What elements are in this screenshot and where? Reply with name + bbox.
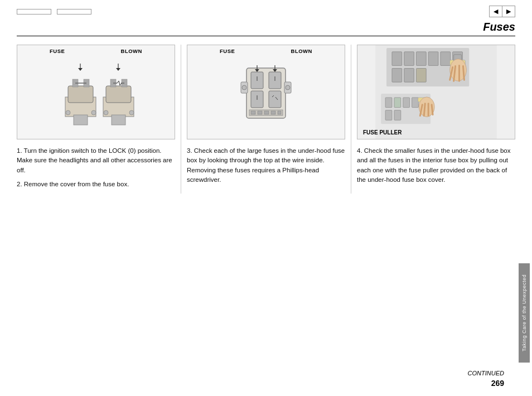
- col1-fuse-label: FUSE: [50, 48, 65, 54]
- svg-point-44: [286, 85, 290, 90]
- continued-text: CONTINUED: [468, 370, 504, 376]
- svg-marker-20: [116, 68, 120, 71]
- col1-para2: 2. Remove the cover from the fuse box.: [17, 180, 175, 189]
- svg-point-15: [129, 110, 134, 115]
- svg-rect-32: [251, 111, 255, 114]
- column-1: FUSE BLOWN: [17, 45, 181, 194]
- right-sidebar: Taking Care of the Unexpected: [516, 0, 532, 396]
- svg-rect-27: [269, 91, 281, 108]
- svg-rect-47: [392, 52, 402, 66]
- col2-text: 3. Check each of the large fuses in the …: [187, 146, 345, 185]
- svg-rect-55: [416, 69, 426, 83]
- svg-line-73: [424, 104, 425, 116]
- col3-para1: 4. Check the smaller fuses in the under-…: [357, 146, 515, 185]
- col1-fuse-labels: FUSE BLOWN: [17, 45, 175, 55]
- nav-arrow-left[interactable]: ◀: [490, 6, 502, 17]
- nav-arrows: ◀ ▶: [489, 6, 515, 17]
- col1-para1: 1. Turn the ignition switch to the LOCK …: [17, 146, 175, 175]
- nav-arrow-right[interactable]: ▶: [502, 6, 515, 17]
- svg-point-6: [91, 110, 96, 115]
- svg-line-62: [463, 66, 464, 80]
- svg-rect-67: [412, 98, 419, 108]
- page-number: 269: [468, 379, 504, 388]
- col2-illustration: FUSE BLOWN: [187, 45, 345, 139]
- col2-para1: 3. Check each of the large fuses in the …: [187, 146, 345, 185]
- svg-point-5: [66, 110, 70, 115]
- col3-illustration: FUSE PULLER: [357, 45, 515, 139]
- svg-rect-9: [106, 86, 131, 103]
- svg-rect-64: [385, 98, 392, 108]
- col3-text: 4. Check the smaller fuses in the under-…: [357, 146, 515, 185]
- svg-rect-65: [394, 98, 401, 108]
- svg-point-42: [242, 85, 246, 90]
- nav-btn-1[interactable]: [17, 9, 51, 15]
- col2-blown-label: BLOWN: [291, 48, 312, 54]
- svg-rect-69: [394, 110, 401, 120]
- svg-rect-34: [264, 111, 269, 114]
- col2-fuse-label: FUSE: [220, 48, 235, 54]
- svg-rect-49: [416, 52, 426, 66]
- bottom-area: CONTINUED 269: [468, 370, 504, 388]
- svg-rect-50: [428, 52, 438, 66]
- col2-fuse-svg: [230, 55, 302, 139]
- col1-illustration: FUSE BLOWN: [17, 45, 175, 139]
- main-content: FUSE BLOWN: [0, 36, 532, 199]
- svg-rect-1: [68, 86, 93, 103]
- svg-rect-66: [403, 98, 410, 108]
- col1-blown-label: BLOWN: [121, 48, 142, 54]
- col2-fuse-labels: FUSE BLOWN: [187, 45, 345, 55]
- svg-rect-7: [74, 115, 88, 125]
- page-title: Fuses: [483, 21, 515, 33]
- svg-rect-35: [271, 111, 275, 114]
- svg-point-14: [104, 110, 108, 115]
- svg-rect-68: [385, 110, 392, 120]
- svg-rect-36: [278, 111, 281, 114]
- svg-marker-18: [78, 68, 83, 71]
- column-3: FUSE PULLER 4. Check the smaller fuses i…: [351, 45, 515, 194]
- fuse-puller-label: FUSE PULLER: [363, 129, 402, 136]
- page-title-area: Fuses: [0, 21, 532, 36]
- svg-rect-16: [112, 115, 125, 125]
- col1-text: 1. Turn the ignition switch to the LOCK …: [17, 146, 175, 189]
- col1-fuse-svg: [51, 55, 141, 139]
- svg-rect-53: [392, 69, 402, 83]
- column-2: FUSE BLOWN: [181, 45, 351, 194]
- top-nav: ◀ ▶: [0, 0, 532, 21]
- svg-line-75: [432, 105, 433, 115]
- sidebar-tab-label: Taking Care of the Unexpected: [519, 263, 530, 363]
- svg-rect-48: [404, 52, 414, 66]
- svg-rect-54: [404, 69, 414, 83]
- nav-btn-2[interactable]: [57, 9, 91, 15]
- svg-rect-33: [258, 111, 262, 114]
- svg-rect-51: [441, 52, 451, 66]
